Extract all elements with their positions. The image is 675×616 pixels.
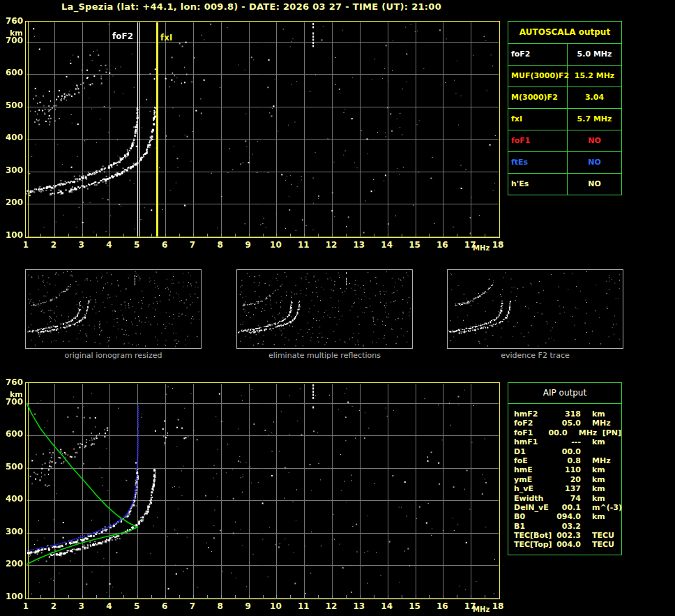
aip-value: 00.1 [556, 503, 581, 512]
aip-unit: km [592, 410, 620, 419]
y-tick-label: 500 [0, 462, 23, 472]
x-tick-label: 3 [73, 240, 91, 250]
autoscala-screen: La_Spezia (lat: +44.1, lon: 009.8) - DAT… [0, 0, 675, 616]
autoscala-table-body: foF25.0 MHzMUF(3000)F215.2 MHzM(3000)F23… [508, 44, 621, 195]
aip-param: hmF1 [514, 437, 556, 446]
autoscala-param: fxI [508, 109, 568, 130]
autoscala-value: 5.0 MHz [568, 44, 621, 65]
y-tick-label: 200 [0, 197, 23, 208]
aip-value: 00.0 [547, 428, 568, 437]
aip-param: Ewidth [514, 494, 556, 503]
autoscala-param: h'Es [508, 174, 568, 195]
aip-value: 05.0 [556, 419, 581, 428]
aip-value: 137 [556, 484, 581, 493]
panel-caption-original: original ionogram resized [25, 351, 202, 360]
y-tick-label: 100 [0, 230, 23, 241]
x-tick-label: 12 [322, 240, 340, 250]
x-tick-label: 9 [239, 240, 257, 250]
aip-param: TEC[Bot] [514, 531, 556, 540]
main-ionogram-canvas [26, 22, 499, 237]
x-tick-label: 7 [183, 240, 202, 250]
aip-unit: MHz [592, 419, 620, 428]
y-tick-label: 100 [0, 592, 23, 602]
profile-ionogram-plot [25, 382, 500, 599]
aip-value: 094.0 [556, 512, 581, 521]
autoscala-param: M(3000)F2 [508, 87, 568, 108]
aip-row: foE0.8MHz [514, 456, 621, 465]
autoscala-row: h'EsNO [508, 173, 621, 195]
y-tick-label: 300 [0, 165, 23, 176]
aip-unit: TECU [592, 540, 620, 549]
x-tick-label: 3 [73, 601, 91, 611]
panel-caption-evidence: evidence F2 trace [447, 351, 623, 360]
autoscala-value: NO [568, 130, 621, 151]
autoscala-value: NO [568, 174, 621, 195]
aip-row: foF100.0MHz[PN] [514, 428, 621, 437]
aip-value: 004.0 [556, 540, 581, 549]
x-tick-label: 1 [17, 601, 35, 611]
panel-original-ionogram [25, 269, 202, 349]
x-tick-label: 2 [45, 601, 63, 611]
y-tick-label: 600 [0, 68, 23, 78]
aip-value: 74 [556, 494, 581, 503]
aip-value: 03.2 [556, 522, 581, 531]
x-tick-label: 11 [294, 601, 312, 611]
aip-note: [PN] [602, 428, 621, 437]
y-tick-label: 760 [0, 377, 23, 388]
autoscala-row: foF1NO [508, 130, 621, 151]
autoscala-param: MUF(3000)F2 [508, 66, 568, 87]
aip-param: h_vE [514, 484, 556, 493]
aip-unit: MHz [579, 428, 601, 437]
autoscala-row: foF25.0 MHz [508, 44, 621, 65]
aip-unit: MHz [592, 456, 620, 465]
aip-param: B1 [514, 522, 556, 531]
panel-evidence-f2 [447, 269, 623, 349]
aip-value: 002.3 [556, 531, 581, 540]
x-tick-label: 5 [128, 240, 146, 250]
aip-unit [592, 447, 620, 456]
aip-param: hmF2 [514, 410, 556, 419]
y-tick-label: 300 [0, 527, 23, 537]
x-tick-label: 18 [489, 240, 507, 250]
aip-unit: km [592, 484, 620, 493]
y-tick-label: 760 [0, 16, 23, 27]
x-tick-label: 10 [266, 240, 285, 250]
aip-row: TEC[Top]004.0TECU [514, 540, 621, 549]
y-tick-label: 400 [0, 494, 23, 504]
aip-unit: km [592, 465, 620, 474]
autoscala-row: M(3000)F23.04 [508, 87, 621, 108]
x-tick-label: 6 [156, 601, 174, 611]
x-tick-label: 5 [128, 601, 146, 611]
x-axis-unit-label: MHz [473, 606, 490, 614]
aip-table-body: hmF2318kmfoF205.0MHzfoF100.0MHz[PN]hmF1-… [508, 404, 621, 550]
y-axis-unit-label: km [10, 29, 23, 38]
x-tick-label: 14 [378, 240, 396, 250]
aip-row: hmE110km [514, 465, 621, 474]
x-tick-label: 6 [156, 240, 174, 250]
x-axis-unit-label: MHz [473, 244, 490, 253]
aip-param: foF1 [514, 428, 547, 437]
autoscala-row: ftEsNO [508, 151, 621, 173]
profile-ionogram-canvas [26, 383, 499, 599]
x-tick-label: 8 [211, 601, 229, 611]
autoscala-value: NO [568, 152, 621, 173]
x-tick-label: 11 [294, 240, 312, 250]
x-tick-label: 16 [433, 240, 451, 250]
aip-param: foF2 [514, 419, 556, 428]
autoscala-param: foF2 [508, 44, 568, 65]
aip-unit: km [592, 494, 620, 503]
panel-eliminate-canvas [237, 270, 412, 348]
x-tick-label: 13 [350, 601, 368, 611]
y-tick-label: 400 [0, 133, 23, 143]
aip-unit: TECU [592, 531, 620, 540]
aip-table: AIP output hmF2318kmfoF205.0MHzfoF100.0M… [508, 382, 622, 555]
aip-param: DelN_vE [514, 503, 556, 512]
aip-row: h_vE137km [514, 484, 621, 493]
x-tick-label: 13 [350, 240, 368, 250]
aip-param: D1 [514, 447, 556, 456]
autoscala-table: AUTOSCALA output foF25.0 MHzMUF(3000)F21… [508, 21, 622, 195]
aip-row: TEC[Bot]002.3TECU [514, 531, 621, 540]
y-tick-label: 600 [0, 429, 23, 440]
aip-value: 318 [556, 410, 581, 419]
aip-unit: km [592, 512, 620, 521]
